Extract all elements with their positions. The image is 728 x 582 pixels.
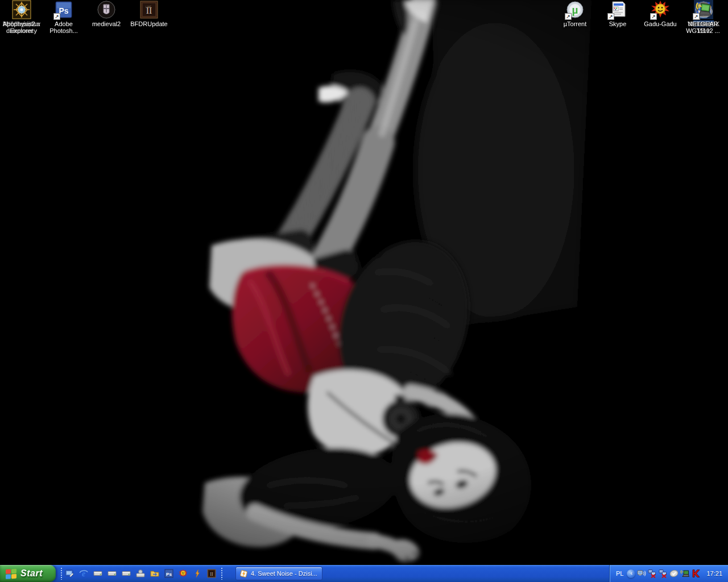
taskbar: Start e Ps II 4. Sweet Noise - Dzisi... … [0,565,728,582]
show-desktop-icon[interactable] [65,569,74,578]
volume-display-tray-icon[interactable] [637,569,646,578]
windows-logo-icon [5,568,17,579]
icon-label: Gadu-Gadu [643,20,677,27]
start-label: Start [20,568,43,579]
netgear-wireless-icon: ↗ [693,0,713,19]
desktop-icon-skype[interactable]: ↗ Skype [595,0,640,27]
documents-folder-icon[interactable] [150,569,159,578]
lineage2-icon: IILINE [139,0,159,19]
medieval2-icon [97,0,116,19]
shortcut-arrow-icon: ↗ [693,13,700,20]
svg-text:Ps: Ps [59,6,68,15]
shortcut-arrow-icon: ↗ [650,13,657,20]
desktop-icon-medieval2[interactable]: medieval2 [85,0,128,27]
desktop-icon-bfdrupdate[interactable]: IILINE BFDRUpdate [127,0,171,27]
icon-label: µTorrent [562,20,588,27]
taskbar-handle[interactable] [221,567,223,580]
winamp-icon [239,569,248,578]
window-title: 4. Sweet Noise - Dzisi... [251,570,317,577]
wireless-network-tray-icon[interactable] [680,569,689,578]
icon-label: NETGEAR WG111v2 ... [680,20,726,34]
desktop-icon-gadu-gadu[interactable]: ↗ Gadu-Gadu [638,0,683,27]
gadu-gadu-icon: ↗ [651,0,670,19]
quick-launch-bar: e Ps II [65,569,216,578]
photoshop-quick-icon[interactable]: Ps [164,569,173,578]
svg-text:II: II [210,572,213,577]
desktop-icon-apophysis2[interactable]: Apophysis2... [0,0,43,27]
skype-installer-icon: ↗ [608,0,627,19]
system-tray: PL ‹ 17:21 [609,565,728,582]
desktop-icon-utorrent[interactable]: µ ↗ µTorrent [552,0,598,27]
svg-text:µ: µ [572,4,578,16]
apophysis-icon [12,0,31,19]
shortcut-arrow-icon: ↗ [53,13,60,20]
utorrent-icon: µ ↗ [565,0,585,19]
icon-label: BFDRUpdate [129,20,168,27]
wallpaper-image [0,0,728,565]
shortcut-arrow-icon: ↗ [607,13,614,20]
desktop-icon-adobe-photoshop[interactable]: Ps ↗ Adobe Photosh... [42,0,85,34]
taskbar-window-winamp[interactable]: 4. Sweet Noise - Dzisi... [235,567,322,580]
winamp-quick-icon[interactable] [193,569,202,578]
icon-label: Apophysis2... [2,20,42,27]
icon-label: Skype [608,20,628,27]
photoshop-icon: Ps ↗ [54,0,73,19]
network-disconnected-tray-icon-2[interactable] [659,569,668,578]
open-window-buttons: 4. Sweet Noise - Dzisi... [235,567,322,580]
removable-drive-icon[interactable] [136,569,145,578]
kaspersky-tray-icon[interactable] [691,569,700,578]
network-disconnected-tray-icon-1[interactable] [648,569,657,578]
quick-launch-handle[interactable] [60,567,63,580]
drive-icon-3[interactable] [122,569,131,578]
icon-label: Adobe Photosh... [42,20,85,34]
desktop-icon-netgear[interactable]: ↗ NETGEAR WG111v2 ... [680,0,726,34]
start-button[interactable]: Start [0,565,56,582]
shortcut-arrow-icon: ↗ [565,13,572,20]
taskbar-clock[interactable]: 17:21 [702,570,725,577]
gadu-gadu-quick-icon[interactable] [179,569,188,578]
icon-label: medieval2 [91,20,122,27]
internet-explorer-quick-icon[interactable]: e [79,569,88,578]
svg-text:Ps: Ps [166,572,172,577]
drive-icon-2[interactable] [107,569,117,578]
updates-check-tray-icon[interactable] [669,569,679,578]
svg-text:LINE: LINE [146,6,151,9]
language-indicator[interactable]: PL [614,569,625,578]
lineage2-quick-icon[interactable]: II [207,569,216,578]
drive-icon-1[interactable] [93,569,102,578]
tray-collapse-chevron-icon[interactable]: ‹ [627,569,635,578]
